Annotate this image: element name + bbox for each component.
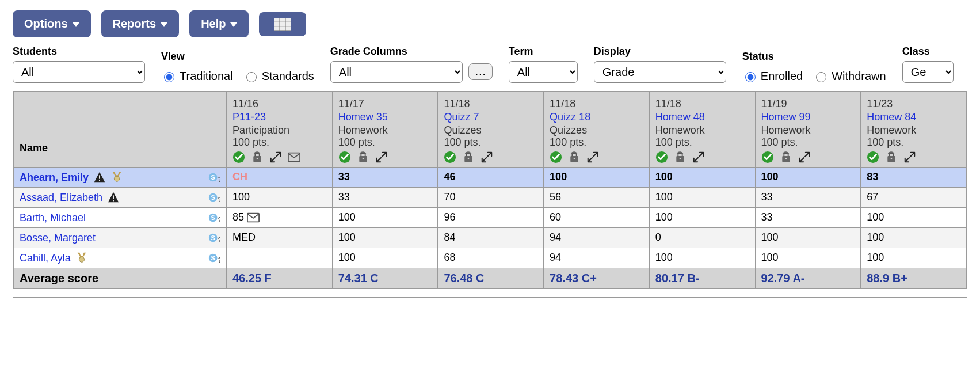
mail-icon[interactable] — [247, 211, 260, 224]
student-name-cell[interactable]: Barth, Michael — [14, 208, 227, 228]
score-cell[interactable]: 94 — [544, 248, 650, 268]
lock-icon[interactable] — [251, 151, 264, 164]
check-icon[interactable] — [761, 151, 774, 164]
horizontal-scrollbar[interactable] — [13, 289, 967, 297]
expand-icon[interactable] — [692, 151, 705, 164]
grade-columns-select[interactable]: All — [330, 61, 463, 83]
lock-icon[interactable] — [674, 151, 687, 164]
score-cell[interactable]: 0 — [649, 228, 755, 248]
student-info-icon[interactable] — [208, 231, 220, 244]
reports-button[interactable]: Reports — [101, 10, 180, 37]
student-name-cell[interactable]: Bosse, Margaret — [14, 228, 227, 248]
mail-icon[interactable] — [288, 151, 300, 164]
class-select[interactable]: Ge — [902, 61, 954, 83]
view-traditional-radio[interactable]: Traditional — [161, 70, 233, 83]
assignment-link[interactable]: Homew 84 — [867, 111, 960, 123]
student-name-link[interactable]: Ahearn, Emily — [20, 172, 89, 184]
score-cell[interactable]: 100 — [861, 208, 967, 228]
check-icon[interactable] — [655, 151, 668, 164]
score-cell[interactable]: CH — [227, 168, 333, 188]
score-cell[interactable]: 100 — [755, 228, 861, 248]
score-cell[interactable]: 85 — [227, 208, 333, 228]
assignment-link[interactable]: Homew 99 — [761, 111, 855, 123]
score-cell[interactable]: 96 — [438, 208, 544, 228]
assignment-column-header[interactable]: 11/19 Homew 99 Homework 100 pts. — [755, 92, 861, 168]
score-cell[interactable]: 68 — [438, 248, 544, 268]
assignment-column-header[interactable]: 11/23 Homew 84 Homework 100 pts. — [861, 92, 967, 168]
assignment-column-header[interactable]: 11/17 Homew 35 Homework 100 pts. — [332, 92, 438, 168]
score-cell[interactable]: 100 — [544, 168, 650, 188]
check-icon[interactable] — [867, 151, 879, 164]
assignment-column-header[interactable]: 11/18 Quizz 7 Quizzes 100 pts. — [438, 92, 544, 168]
student-row[interactable]: Assaad, Elizabeth 1003370561003367 — [14, 188, 967, 208]
score-cell[interactable]: 33 — [332, 168, 438, 188]
student-info-icon[interactable] — [208, 191, 220, 204]
expand-icon[interactable] — [481, 151, 493, 164]
score-cell[interactable]: 100 — [861, 228, 967, 248]
score-cell[interactable]: 100 — [332, 228, 438, 248]
student-name-link[interactable]: Barth, Michael — [20, 212, 86, 224]
term-select[interactable]: All — [509, 61, 578, 83]
student-name-cell[interactable]: Assaad, Elizabeth — [14, 188, 227, 208]
student-row[interactable]: Ahearn, Emily CH334610010010083 — [14, 168, 967, 188]
lock-icon[interactable] — [357, 151, 369, 164]
student-name-link[interactable]: Cahill, Ayla — [20, 252, 71, 264]
name-column-header[interactable]: Name — [14, 92, 227, 168]
expand-icon[interactable] — [586, 151, 599, 164]
student-name-link[interactable]: Assaad, Elizabeth — [20, 192, 102, 204]
spreadsheet-view-button[interactable] — [259, 12, 306, 36]
check-icon[interactable] — [550, 151, 562, 164]
lock-icon[interactable] — [568, 151, 581, 164]
score-cell[interactable]: 67 — [861, 188, 967, 208]
lock-icon[interactable] — [885, 151, 898, 164]
score-cell[interactable]: 84 — [438, 228, 544, 248]
expand-icon[interactable] — [269, 151, 282, 164]
score-cell[interactable]: 33 — [755, 188, 861, 208]
score-cell[interactable]: 100 — [649, 208, 755, 228]
options-button[interactable]: Options — [13, 10, 91, 37]
score-cell[interactable]: 100 — [649, 248, 755, 268]
score-cell[interactable]: 100 — [227, 188, 333, 208]
display-select[interactable]: Grade — [594, 61, 726, 83]
score-cell[interactable]: 100 — [649, 168, 755, 188]
gradebook-grid-scroll[interactable]: Name 11/16 P11-23 Participation 100 pts.… — [13, 92, 967, 289]
score-cell[interactable]: 100 — [755, 168, 861, 188]
assignment-link[interactable]: Homew 48 — [655, 111, 749, 123]
score-cell[interactable]: 100 — [755, 248, 861, 268]
assignment-link[interactable]: Homew 35 — [338, 111, 432, 123]
student-info-icon[interactable] — [208, 252, 220, 264]
score-cell[interactable]: 33 — [755, 208, 861, 228]
check-icon[interactable] — [444, 151, 456, 164]
lock-icon[interactable] — [462, 151, 475, 164]
score-cell[interactable] — [227, 248, 333, 268]
lock-icon[interactable] — [780, 151, 792, 164]
score-cell[interactable]: 83 — [861, 168, 967, 188]
help-button[interactable]: Help — [189, 10, 249, 37]
assignment-link[interactable]: P11-23 — [232, 111, 326, 123]
student-row[interactable]: Barth, Michael 85 100966010033100 — [14, 208, 967, 228]
score-cell[interactable]: 100 — [649, 188, 755, 208]
score-cell[interactable]: MED — [227, 228, 333, 248]
score-cell[interactable]: 100 — [332, 208, 438, 228]
student-name-link[interactable]: Bosse, Margaret — [20, 232, 96, 244]
score-cell[interactable]: 46 — [438, 168, 544, 188]
assignment-column-header[interactable]: 11/18 Quizz 18 Quizzes 100 pts. — [544, 92, 650, 168]
student-row[interactable]: Cahill, Ayla 1006894100100100 — [14, 248, 967, 268]
score-cell[interactable]: 94 — [544, 228, 650, 248]
student-name-cell[interactable]: Cahill, Ayla — [14, 248, 227, 268]
score-cell[interactable]: 56 — [544, 188, 650, 208]
check-icon[interactable] — [338, 151, 351, 164]
student-name-cell[interactable]: Ahearn, Emily — [14, 168, 227, 188]
score-cell[interactable]: 100 — [332, 248, 438, 268]
expand-icon[interactable] — [798, 151, 811, 164]
status-enrolled-radio[interactable]: Enrolled — [742, 70, 803, 83]
view-standards-radio[interactable]: Standards — [243, 70, 314, 83]
student-row[interactable]: Bosse, Margaret MED10084940100100 — [14, 228, 967, 248]
student-info-icon[interactable] — [208, 211, 220, 224]
score-cell[interactable]: 70 — [438, 188, 544, 208]
students-select[interactable]: All — [13, 61, 145, 83]
grade-columns-more-button[interactable]: … — [468, 63, 493, 80]
score-cell[interactable]: 60 — [544, 208, 650, 228]
status-withdrawn-radio[interactable]: Withdrawn — [813, 70, 886, 83]
expand-icon[interactable] — [375, 151, 388, 164]
